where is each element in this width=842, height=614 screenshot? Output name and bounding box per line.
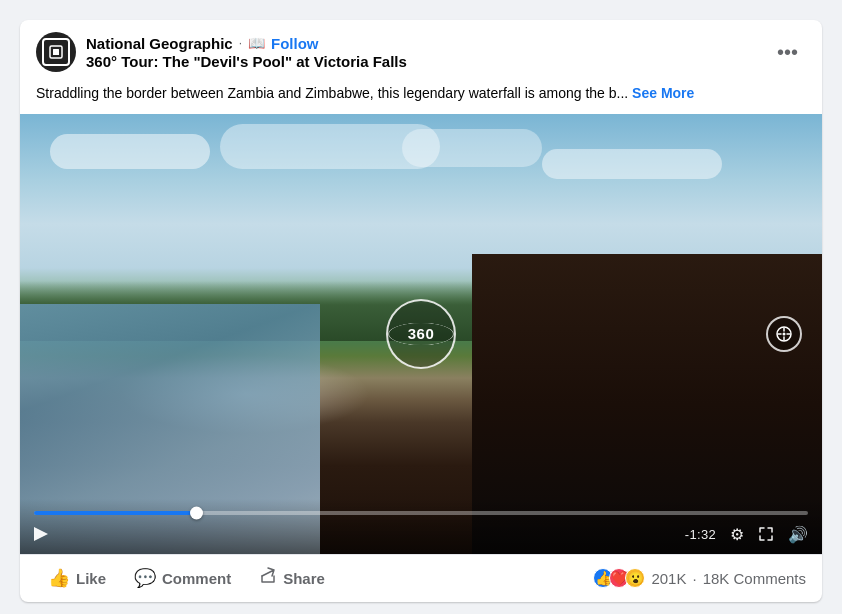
post-header-left: National Geographic · 📖 Follow 360° Tour… [36,32,407,72]
like-button[interactable]: 👍 Like [36,559,118,598]
controls-right: -1:32 ⚙ 🔊 [685,525,808,544]
share-arrow-icon [259,567,277,585]
video-container[interactable]: 360 [20,114,822,554]
book-icon: 📖 [248,35,265,51]
page-name[interactable]: National Geographic [86,35,233,52]
post-actions: 👍 Like 💬 Comment Share 👍 ❤️ [20,554,822,602]
post-card: National Geographic · 📖 Follow 360° Tour… [20,20,822,602]
description-text: Straddling the border between Zambia and… [36,85,628,101]
post-title: 360° Tour: The "Devil's Pool" at Victori… [86,53,407,70]
post-meta: National Geographic · 📖 Follow 360° Tour… [86,35,407,70]
pan-icon [775,325,793,343]
share-button[interactable]: Share [247,559,337,598]
comment-icon: 💬 [134,567,156,589]
avatar[interactable] [36,32,76,72]
svg-point-3 [783,332,786,335]
comment-label: Comment [162,570,231,587]
follow-button[interactable]: Follow [271,35,319,52]
progress-handle[interactable] [190,506,203,519]
fullscreen-button[interactable] [758,526,774,542]
cloud-1 [50,134,210,169]
more-options-button[interactable]: ••• [769,38,806,66]
share-icon [259,567,277,590]
comment-button[interactable]: 💬 Comment [122,559,243,598]
share-label: Share [283,570,325,587]
svg-rect-1 [53,49,59,55]
progress-bar[interactable] [34,511,808,515]
comments-count[interactable]: 18K Comments [703,570,806,587]
reactions-count: 201K [651,570,686,587]
pan-button[interactable] [766,316,802,352]
360-button[interactable]: 360 [386,299,456,369]
progress-fill [34,511,197,515]
post-meta-top: National Geographic · 📖 Follow [86,35,407,52]
cloud-4 [402,129,542,167]
fullscreen-icon [758,526,774,542]
dot-separator: · [239,36,242,50]
video-controls: -1:32 ⚙ 🔊 [20,499,822,554]
play-icon [34,527,48,541]
settings-button[interactable]: ⚙ [730,525,744,544]
video-frame[interactable]: 360 [20,114,822,554]
volume-button[interactable]: 🔊 [788,525,808,544]
play-button[interactable] [34,527,48,541]
cloud-3 [542,149,722,179]
reaction-wow-emoji: 😮 [625,568,645,588]
like-label: Like [76,570,106,587]
controls-left [34,527,48,541]
see-more-link[interactable]: See More [632,85,694,101]
post-description: Straddling the border between Zambia and… [20,80,822,114]
avatar-inner [42,38,70,66]
360-orbit-ring [388,322,454,345]
reactions-area: 👍 ❤️ 😮 201K · 18K Comments [593,568,806,588]
post-header: National Geographic · 📖 Follow 360° Tour… [20,20,822,80]
reaction-emojis: 👍 ❤️ 😮 [593,568,645,588]
dot-sep2: · [692,570,696,587]
like-icon: 👍 [48,567,70,589]
controls-row: -1:32 ⚙ 🔊 [34,525,808,544]
actions-left: 👍 Like 💬 Comment Share [36,559,337,598]
time-display: -1:32 [685,527,716,542]
